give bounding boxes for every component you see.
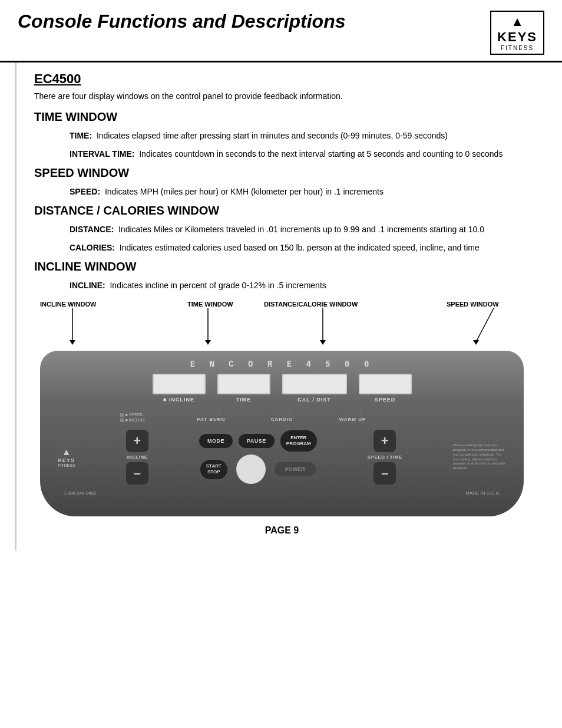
speed-label-1: SPEED: [70,187,100,196]
section-distance-content: DISTANCE: Indicates Miles or Kilometers … [70,223,530,254]
fat-burn-bars [201,405,221,416]
section-speed-heading: SPEED WINDOW [34,166,530,180]
speed-text-1: Indicates MPH (miles per hour) or KMH (k… [105,187,384,196]
console-diagram: INCLINE WINDOW TIME WINDOW DISTANCE/CALO… [34,298,530,516]
console-outer: E N C O R E 4 5 0 0 ■ INCLINE TIME CAL /… [40,351,524,516]
time-text-2: Indicates countdown in seconds to the ne… [139,149,503,159]
page-number: PAGE 9 [34,525,530,536]
incline-indicator: ■ INCLINE [120,418,173,422]
cardio-bars [270,405,294,416]
phone-number: 1.888.346.0482 [64,490,97,496]
incline-window-label: INCLINE WINDOW [40,301,97,308]
display-windows-row [52,374,512,394]
window-labels-row: ■ INCLINE TIME CAL / DIST SPEED [52,397,512,403]
intro-text: There are four display windows on the co… [34,91,530,101]
logo-keys: KEYS [497,29,537,45]
top-center-row: MODE PAUSE ENTERPROGRAM [199,430,317,452]
diagram-arrows: INCLINE WINDOW TIME WINDOW DISTANCE/CALO… [34,298,547,351]
time-item-2: INTERVAL TIME: Indicates countdown in se… [70,148,530,160]
calories-label: CALORIES: [70,243,115,252]
cardio-label: CARDIO [271,417,293,422]
time-label-1: TIME: [70,131,92,140]
section-incline-content: INCLINE: Indicates incline in percent of… [70,279,530,292]
cal-dist-window-label-console: CAL / DIST [282,397,347,403]
bottom-info-row: 1.888.346.0482 MADE IN U.S.A. [52,487,512,499]
disclaimer-text: Before starting any exercise program, it… [453,443,506,471]
incline-label-1: INCLINE: [70,281,105,290]
section-speed-content: SPEED: Indicates MPH (miles per hour) or… [70,186,530,198]
made-in-usa: MADE IN U.S.A. [465,490,500,496]
incline-button-label: INCLINE [127,454,148,460]
incline-minus-button[interactable]: – [126,462,148,485]
incline-item-1: INCLINE: Indicates incline in percent of… [70,279,530,292]
svg-marker-7 [473,340,479,345]
dist-cal-window-label: DISTANCE/CALORIE WINDOW [264,301,358,308]
section-distance-heading: DISTANCE / CALORIES WINDOW [34,204,530,218]
logo-icon: ▲ [511,14,524,29]
time-label-2: INTERVAL TIME: [70,149,134,159]
time-item-1: TIME: Indicates elapsed time after press… [70,130,530,142]
cardio-program: CARDIO [250,405,315,422]
page-title: Console Functions and Descriptions [18,11,346,32]
warmup-bars [343,405,362,416]
svg-marker-3 [205,340,211,345]
warmup-program: WARM UP [326,405,379,422]
logo-fitness: FITNESS [501,45,534,51]
time-display [217,374,270,394]
speed-indicator: ■ SPEED [120,413,173,417]
section-time-heading: TIME WINDOW [34,110,530,124]
speed-time-label: SPEED / TIME [368,454,402,460]
time-window-label-console: TIME [217,397,270,403]
speed-time-controls: + SPEED / TIME – [368,430,402,485]
center-controls: MODE PAUSE ENTERPROGRAM STARTSTOP POWER [199,430,317,485]
console-logo: ▲ KEYS FITNESS [58,447,75,467]
main-content: EC4500 There are four display windows on… [15,62,547,551]
mode-button[interactable]: MODE [199,434,233,448]
incline-plus-button[interactable]: + [126,430,148,452]
svg-marker-5 [320,340,326,345]
time-text-1: Indicates elapsed time after pressing st… [97,131,448,140]
speed-display [359,374,412,394]
pause-button[interactable]: PAUSE [239,434,275,448]
console-title: E N C O R E 4 5 0 0 [52,360,512,369]
calories-text: Indicates estimated calories used based … [120,243,480,252]
distance-label-1: DISTANCE: [70,225,114,234]
svg-line-6 [476,308,494,342]
incline-controls: + INCLINE – [126,430,148,485]
incline-window-label-console: ■ INCLINE [153,397,206,403]
page-header: Console Functions and Descriptions ▲ KEY… [0,0,562,62]
speed-item-1: SPEED: Indicates MPH (miles per hour) or… [70,186,530,198]
console-logo-keys: KEYS [58,457,75,463]
speed-window-label: SPEED WINDOW [447,301,499,308]
buttons-row: ▲ KEYS FITNESS + INCLINE – MODE PAUSE EN… [52,427,512,487]
distance-text-1: Indicates Miles or Kilometers traveled i… [118,225,484,234]
bottom-center-row: STARTSTOP POWER [200,454,316,484]
fat-burn-program: FAT BURN [185,405,238,422]
section-time-content: TIME: Indicates elapsed time after press… [70,130,530,160]
speed-window-label-console: SPEED [359,397,412,403]
programs-row: ■ SPEED ■ INCLINE [52,405,512,422]
power-button[interactable]: POWER [275,462,316,476]
enter-program-button[interactable]: ENTERPROGRAM [280,430,317,452]
console-logo-icon: ▲ [62,447,71,457]
svg-marker-1 [70,340,75,345]
warmup-label: WARM UP [339,417,366,422]
speed-incline-indicators: ■ SPEED ■ INCLINE [120,413,173,422]
console-logo-fitness: FITNESS [58,463,75,467]
speed-minus-button[interactable]: – [373,462,396,485]
distance-item-1: DISTANCE: Indicates Miles or Kilometers … [70,223,530,236]
distance-item-2: CALORIES: Indicates estimated calories u… [70,242,530,254]
section-incline-heading: INCLINE WINDOW [34,260,530,274]
speed-plus-button[interactable]: + [373,430,396,452]
cal-dist-display [282,374,347,394]
logo-box: ▲ KEYS FITNESS [490,11,544,55]
fat-burn-label: FAT BURN [197,417,226,422]
scroll-wheel[interactable] [236,454,266,484]
incline-text-1: Indicates incline in percent of grade 0-… [110,281,326,290]
model-title: EC4500 [34,71,530,87]
incline-display [153,374,206,394]
start-stop-button[interactable]: STARTSTOP [200,460,227,479]
time-window-label: TIME WINDOW [187,301,233,308]
